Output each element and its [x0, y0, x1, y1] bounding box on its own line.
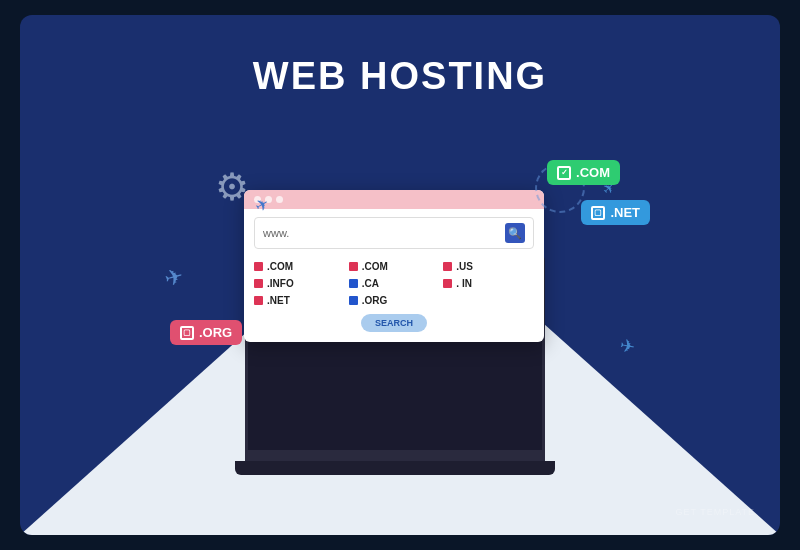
- domain-item-net: .NET: [254, 295, 345, 306]
- domain-dot-org: [349, 296, 358, 305]
- domain-label-com1: .COM: [267, 261, 293, 272]
- domain-item-info: .INFO: [254, 278, 345, 289]
- domain-item-com2: .COM: [349, 261, 440, 272]
- domain-dot-ca: [349, 279, 358, 288]
- search-button[interactable]: 🔍: [505, 223, 525, 243]
- domain-item-us: .US: [443, 261, 534, 272]
- laptop-base: [235, 461, 555, 475]
- domain-label-in: . IN: [456, 278, 472, 289]
- domain-dot-info: [254, 279, 263, 288]
- badge-net-icon: ▢: [591, 206, 605, 220]
- browser-window: www. 🔍 .COM .COM .US .INFO .CA: [244, 190, 544, 342]
- search-domain-button[interactable]: SEARCH: [361, 314, 427, 332]
- laptop-hinge: [245, 453, 545, 461]
- domain-label-org: .ORG: [362, 295, 388, 306]
- domain-dot-us: [443, 262, 452, 271]
- browser-dot-3: [276, 196, 283, 203]
- badge-org-icon: ▢: [180, 326, 194, 340]
- domain-item-com1: .COM: [254, 261, 345, 272]
- domain-label-net: .NET: [267, 295, 290, 306]
- browser-top-bar: [244, 190, 544, 209]
- domain-label-ca: .CA: [362, 278, 379, 289]
- badge-com-label: .COM: [576, 165, 610, 180]
- gear-icon: ⚙: [215, 165, 249, 209]
- url-input[interactable]: www.: [263, 227, 505, 239]
- domain-item-org: .ORG: [349, 295, 440, 306]
- badge-net-label: .NET: [610, 205, 640, 220]
- page-title: WEB HOSTING: [253, 55, 547, 98]
- domain-item-in: . IN: [443, 278, 534, 289]
- badge-net: ▢ .NET: [581, 200, 650, 225]
- main-container: WEB HOSTING ⚙ ✈ ✈ ✈ ✈ ✓ .COM ▢ .NET ▢ .O…: [20, 15, 780, 535]
- footer-watermark: GET TEMPLATE: [675, 507, 755, 517]
- domain-dot-com2: [349, 262, 358, 271]
- badge-org-label: .ORG: [199, 325, 232, 340]
- domain-dot-net: [254, 296, 263, 305]
- domain-item-ca: .CA: [349, 278, 440, 289]
- badge-org: ▢ .ORG: [170, 320, 242, 345]
- badge-com: ✓ .COM: [547, 160, 620, 185]
- domain-dot-com1: [254, 262, 263, 271]
- badge-com-icon: ✓: [557, 166, 571, 180]
- domain-dot-in: [443, 279, 452, 288]
- url-bar[interactable]: www. 🔍: [254, 217, 534, 249]
- domain-label-us: .US: [456, 261, 473, 272]
- domain-label-com2: .COM: [362, 261, 388, 272]
- domain-list: .COM .COM .US .INFO .CA . IN: [244, 257, 544, 314]
- domain-label-info: .INFO: [267, 278, 294, 289]
